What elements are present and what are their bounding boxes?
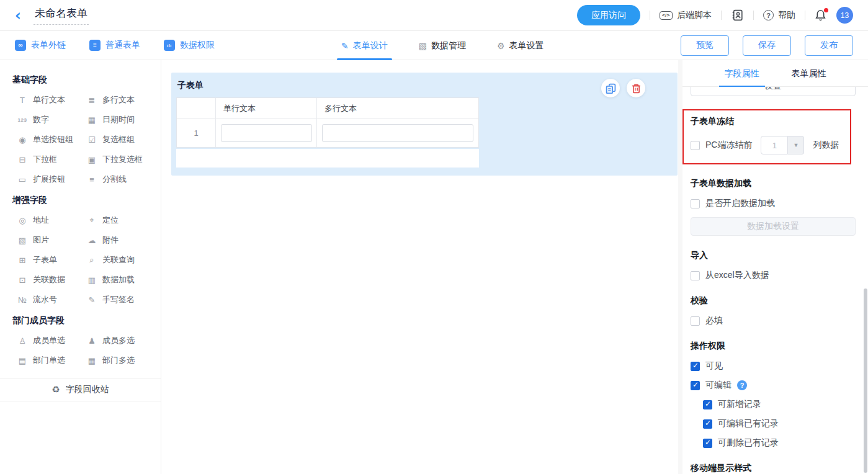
add-record-row: 可新增记录 xyxy=(703,399,856,410)
excel-import-checkbox[interactable] xyxy=(691,271,700,280)
form-design-icon: ✎ xyxy=(341,41,349,51)
edit-record-checkbox[interactable] xyxy=(703,419,712,429)
dropdown-multi-icon: ▣ xyxy=(87,155,97,164)
add-record-checkbox[interactable] xyxy=(703,400,712,409)
back-icon[interactable]: ‹ xyxy=(15,9,21,22)
palette-item-dropdown[interactable]: ⊟下拉框 xyxy=(17,150,87,169)
delete-field-button[interactable] xyxy=(627,79,645,97)
freeze-checkbox[interactable] xyxy=(691,141,700,150)
tab-form-properties[interactable]: 表单属性 xyxy=(792,60,826,87)
data-load-settings-button[interactable]: 数据加载设置 xyxy=(691,217,856,236)
tab-data-management-label: 数据管理 xyxy=(431,40,466,51)
divider xyxy=(805,11,805,20)
link-icon: ∞ xyxy=(15,40,26,51)
tab-field-properties[interactable]: 字段属性 xyxy=(725,60,759,87)
serial-number-icon: № xyxy=(17,295,27,305)
edit-record-label: 可编辑已有记录 xyxy=(718,418,779,429)
canvas-scrollbar-track[interactable] xyxy=(678,60,682,474)
data-permission-button[interactable]: ılı 数据权限 xyxy=(164,40,215,51)
visible-checkbox[interactable] xyxy=(691,362,700,371)
palette-item-attachment[interactable]: ☁附件 xyxy=(87,230,149,250)
attachment-icon: ☁ xyxy=(87,236,97,245)
palette-item-dept-single[interactable]: ▤部门单选 xyxy=(17,351,87,370)
header-actions: 应用访问 </> 后端脚本 ? 帮助 13 xyxy=(577,5,853,25)
tab-form-design[interactable]: ✎ 表单设计 xyxy=(341,31,388,60)
notification-bell-button[interactable] xyxy=(815,9,827,22)
single-line-text-input[interactable] xyxy=(221,124,312,142)
tab-form-design-label: 表单设计 xyxy=(353,40,388,51)
column-header-single-line-text: 单行文本 xyxy=(216,98,317,118)
palette-item-multi-line-text[interactable]: ≣多行文本 xyxy=(87,90,149,110)
tab-data-management[interactable]: ▧ 数据管理 xyxy=(419,31,466,60)
palette-item-label: 成员多选 xyxy=(102,335,135,346)
palette-item-label: 多行文本 xyxy=(102,94,135,105)
editable-help-icon[interactable]: ? xyxy=(737,380,747,390)
palette-item-subform[interactable]: ⊞子表单 xyxy=(17,250,87,270)
publish-button[interactable]: 发布 xyxy=(805,35,853,56)
freeze-column-count-select[interactable]: 1 ▼ xyxy=(761,136,804,154)
form-title[interactable]: 未命名表单 xyxy=(34,6,89,25)
preview-button[interactable]: 预览 xyxy=(681,35,729,56)
delete-record-label: 可删除已有记录 xyxy=(718,437,779,449)
form-external-link-button[interactable]: ∞ 表单外链 xyxy=(15,40,66,51)
save-button[interactable]: 保存 xyxy=(743,35,791,56)
delete-record-checkbox[interactable] xyxy=(703,439,712,448)
palette-item-signature[interactable]: ✎手写签名 xyxy=(87,290,149,310)
row-index: 1 xyxy=(177,119,216,147)
copy-field-button[interactable] xyxy=(601,79,620,97)
palette-item-dept-multi[interactable]: ▦部门多选 xyxy=(87,351,149,370)
backend-script-button[interactable]: </> 后端脚本 xyxy=(660,10,712,21)
app-access-button[interactable]: 应用访问 xyxy=(577,5,640,25)
required-checkbox[interactable] xyxy=(691,316,700,326)
chevron-down-icon[interactable]: ▼ xyxy=(788,136,804,154)
palette-item-single-line-text[interactable]: T单行文本 xyxy=(17,90,87,110)
freeze-count-value: 1 xyxy=(761,136,788,154)
address-book-button[interactable] xyxy=(731,9,744,22)
palette-item-number[interactable]: 123数字 xyxy=(17,110,87,130)
settings-button[interactable]: 设置 xyxy=(691,87,856,96)
palette-item-linked-query[interactable]: ⌕关联查询 xyxy=(87,250,149,270)
editable-label: 可编辑 xyxy=(705,380,732,391)
import-title: 导入 xyxy=(691,250,856,261)
data-load-checkbox[interactable] xyxy=(691,199,700,208)
help-button[interactable]: ? 帮助 xyxy=(763,10,795,21)
palette-item-linked-data[interactable]: ⊡关联数据 xyxy=(17,270,87,290)
palette-item-member-multi[interactable]: ♟成员多选 xyxy=(87,331,149,351)
subform-icon: ⊞ xyxy=(17,256,27,265)
palette-item-radio-group[interactable]: ◉单选按钮组 xyxy=(17,130,87,150)
palette-item-label: 复选框组 xyxy=(102,134,135,145)
palette-item-checkbox-group[interactable]: ☑复选框组 xyxy=(87,130,149,150)
field-recycle-bin-button[interactable]: ♻ 字段回收站 xyxy=(0,378,161,401)
basic-fields-grid: T单行文本 ≣多行文本 123数字 ▦日期时间 ◉单选按钮组 ☑复选框组 ⊟下拉… xyxy=(0,90,161,189)
add-record-label: 可新增记录 xyxy=(718,399,761,410)
palette-item-label: 手写签名 xyxy=(102,294,135,305)
freeze-setting-row: PC端冻结前 1 ▼ 列数据 xyxy=(691,136,850,154)
palette-item-serial-number[interactable]: №流水号 xyxy=(17,290,87,310)
palette-item-label: 单选按钮组 xyxy=(33,134,73,145)
palette-item-dropdown-multi[interactable]: ▣下拉复选框 xyxy=(87,150,149,169)
avatar[interactable]: 13 xyxy=(836,7,853,24)
excel-import-row: 从excel导入数据 xyxy=(691,270,856,281)
palette-item-data-load[interactable]: ▥数据加载 xyxy=(87,270,149,290)
backend-script-label: 后端脚本 xyxy=(677,10,712,21)
multi-line-text-input[interactable] xyxy=(322,124,473,142)
section-title-dept-member-fields: 部门成员字段 xyxy=(12,315,161,326)
subform-field-block[interactable]: 子表单 单行文本 多行文 xyxy=(171,73,678,176)
document-icon: ≡ xyxy=(89,40,101,51)
normal-form-button[interactable]: ≡ 普通表单 xyxy=(89,40,140,51)
subform-freeze-title: 子表单冻结 xyxy=(691,116,850,127)
palette-item-image[interactable]: ▧图片 xyxy=(17,230,87,250)
subform-table-row: 1 xyxy=(177,119,478,147)
palette-item-datetime[interactable]: ▦日期时间 xyxy=(87,110,149,130)
tab-form-settings-label: 表单设置 xyxy=(509,40,544,51)
toolbar-actions: 预览 保存 发布 xyxy=(681,35,853,56)
palette-item-location[interactable]: ⌖定位 xyxy=(87,210,149,230)
palette-item-address[interactable]: ◎地址 xyxy=(17,210,87,230)
page-scrollbar-thumb[interactable] xyxy=(864,288,867,473)
tab-form-settings[interactable]: ⚙ 表单设置 xyxy=(497,31,544,60)
palette-item-divider-line[interactable]: ≡分割线 xyxy=(87,169,149,189)
palette-item-extend-button[interactable]: ▭扩展按钮 xyxy=(17,169,87,189)
palette-item-member-single[interactable]: ♙成员单选 xyxy=(17,331,87,351)
editable-checkbox[interactable] xyxy=(691,381,700,390)
validation-section: 校验 必填 xyxy=(691,295,856,326)
